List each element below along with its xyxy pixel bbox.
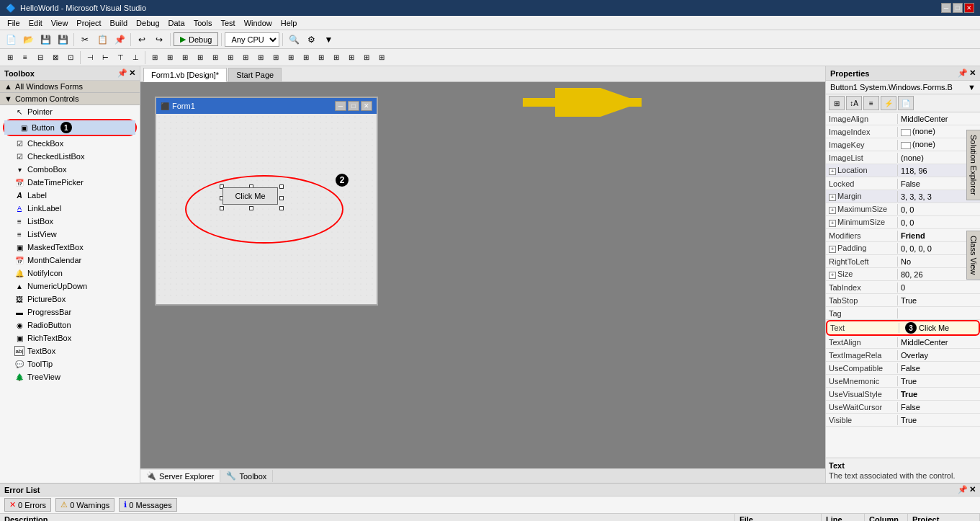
toolbox-item-maskedtextbox[interactable]: ▣ MaskedTextBox xyxy=(0,241,140,254)
prop-row-imagelist[interactable]: ImageList (none) xyxy=(826,151,980,164)
grid-btn4[interactable]: ⊞ xyxy=(193,50,207,65)
toolbox-item-treeview[interactable]: 🌲 TreeView xyxy=(0,370,140,383)
messages-filter-btn[interactable]: ℹ 0 Messages xyxy=(119,498,176,512)
grid-btn10[interactable]: ⊞ xyxy=(284,50,298,65)
prop-row-textimagerela[interactable]: TextImageRela Overlay xyxy=(826,349,980,362)
save-all-btn[interactable]: 💾 xyxy=(55,32,71,48)
padding-expand-icon[interactable]: + xyxy=(829,246,836,253)
properties-close-icon[interactable]: ✕ xyxy=(969,68,976,78)
platform-selector[interactable]: Any CPU xyxy=(225,32,279,47)
paste-btn[interactable]: 📌 xyxy=(112,32,127,48)
align-btn3[interactable]: ⊤ xyxy=(113,50,127,65)
copy-btn[interactable]: 📋 xyxy=(94,32,110,48)
settings-btn[interactable]: ⚙ xyxy=(303,32,319,48)
align-btn1[interactable]: ⊣ xyxy=(83,50,97,65)
grid-btn9[interactable]: ⊞ xyxy=(269,50,283,65)
prop-row-maximumsize[interactable]: +MaximumSize 0, 0 xyxy=(826,203,980,216)
layout-btn1[interactable]: ⊞ xyxy=(3,50,17,65)
alphabetical-btn[interactable]: ↕A xyxy=(846,96,862,110)
menu-project[interactable]: Project xyxy=(72,17,105,29)
toolbox-item-radiobutton[interactable]: ◉ RadioButton xyxy=(0,319,140,331)
prop-row-location[interactable]: +Location 118, 96 xyxy=(826,164,980,177)
align-btn2[interactable]: ⊢ xyxy=(98,50,112,65)
error-list-pin-icon[interactable]: 📌 xyxy=(958,485,968,494)
toolbox-item-notifyicon[interactable]: 🔔 NotifyIcon xyxy=(0,267,140,280)
menu-view[interactable]: View xyxy=(47,17,73,29)
prop-row-tabindex[interactable]: TabIndex 0 xyxy=(826,281,980,294)
properties-btn[interactable]: ≡ xyxy=(863,96,879,110)
toolbox-item-checkbox[interactable]: ☑ CheckBox xyxy=(0,137,140,150)
dropdown-icon[interactable]: ▼ xyxy=(968,83,976,92)
layout-btn2[interactable]: ≡ xyxy=(18,50,32,65)
minimumsize-expand-icon[interactable]: + xyxy=(829,220,836,227)
error-list-close-icon[interactable]: ✕ xyxy=(969,485,976,494)
toolbox-item-datetimepicker[interactable]: 📅 DateTimePicker xyxy=(0,176,140,189)
menu-window[interactable]: Window xyxy=(240,17,277,29)
new-project-btn[interactable]: 📄 xyxy=(3,32,19,48)
warnings-filter-btn[interactable]: ⚠ 0 Warnings xyxy=(55,498,114,512)
grid-btn3[interactable]: ⊞ xyxy=(178,50,192,65)
grid-btn11[interactable]: ⊞ xyxy=(299,50,313,65)
open-btn[interactable]: 📂 xyxy=(20,32,36,48)
grid-btn5[interactable]: ⊞ xyxy=(208,50,222,65)
toolbox-item-picturebox[interactable]: 🖼 PictureBox xyxy=(0,293,140,306)
prop-row-imageindex[interactable]: ImageIndex (none) xyxy=(826,125,980,138)
layout-btn3[interactable]: ⊟ xyxy=(33,50,48,65)
form-minimize-btn[interactable]: ─ xyxy=(335,101,346,111)
cut-btn[interactable]: ✂ xyxy=(77,32,93,48)
toolbox-item-pointer[interactable]: ↖ Pointer xyxy=(0,105,140,118)
toolbox-item-linklabel[interactable]: A LinkLabel xyxy=(0,202,140,215)
grid-btn15[interactable]: ⊞ xyxy=(359,50,374,65)
grid-btn6[interactable]: ⊞ xyxy=(223,50,238,65)
propmng-btn[interactable]: 📄 xyxy=(898,96,914,110)
find-btn[interactable]: 🔍 xyxy=(286,32,302,48)
toolbox-item-textbox[interactable]: ab| TextBox xyxy=(0,344,140,357)
click-me-button[interactable]: Click Me xyxy=(222,187,278,205)
toolbox-item-listview[interactable]: ≡ ListView xyxy=(0,228,140,241)
toolbox-item-combobox[interactable]: ▾ ComboBox xyxy=(0,163,140,176)
toolbox-bottom-tab[interactable]: 🔧 Toolbox xyxy=(220,470,273,482)
form-close-btn[interactable]: ✕ xyxy=(361,101,372,111)
toolbox-item-progressbar[interactable]: ▬ ProgressBar xyxy=(0,306,140,319)
run-button[interactable]: ▶ Debug xyxy=(174,32,218,46)
prop-row-tabstop[interactable]: TabStop True xyxy=(826,294,980,307)
grid-btn16[interactable]: ⊞ xyxy=(374,50,389,65)
prop-row-margin[interactable]: +Margin 3, 3, 3, 3 xyxy=(826,190,980,203)
form-maximize-btn[interactable]: □ xyxy=(348,101,359,111)
menu-test[interactable]: Test xyxy=(216,17,239,29)
toolbox-item-checkedlistbox[interactable]: ☑ CheckedListBox xyxy=(0,150,140,163)
prop-row-tag[interactable]: Tag xyxy=(826,307,980,320)
prop-row-usewaitcursor[interactable]: UseWaitCursor False xyxy=(826,401,980,414)
tab-start-page[interactable]: Start Page xyxy=(228,68,282,81)
menu-debug[interactable]: Debug xyxy=(132,17,163,29)
prop-row-righttoleft[interactable]: RightToLeft No xyxy=(826,255,980,268)
toolbox-item-numericupdown[interactable]: ▲ NumericUpDown xyxy=(0,280,140,293)
prop-row-locked[interactable]: Locked False xyxy=(826,177,980,190)
properties-pin-icon[interactable]: 📌 xyxy=(958,68,968,78)
prop-row-usemnemonic[interactable]: UseMnemonic True xyxy=(826,375,980,388)
form-body[interactable]: 2 xyxy=(156,114,377,301)
prop-row-text[interactable]: Text 3 Click Me xyxy=(826,320,980,336)
menu-data[interactable]: Data xyxy=(164,17,189,29)
tab-form1-design[interactable]: Form1.vb [Design]* xyxy=(143,68,227,82)
events-btn[interactable]: ⚡ xyxy=(881,96,896,110)
align-btn4[interactable]: ⊥ xyxy=(128,50,143,65)
toolbox-item-tooltip[interactable]: 💬 ToolTip xyxy=(0,357,140,370)
grid-btn2[interactable]: ⊞ xyxy=(163,50,177,65)
minimize-button[interactable]: ─ xyxy=(941,3,951,13)
toolbox-section-header-common[interactable]: ▼ Common Controls xyxy=(0,93,140,105)
toolbox-section-header-all[interactable]: ▲ All Windows Forms xyxy=(0,81,140,93)
toolbox-close-icon[interactable]: ✕ xyxy=(129,68,135,78)
toolbox-pin-icon[interactable]: 📌 xyxy=(117,68,127,78)
maximumsize-expand-icon[interactable]: + xyxy=(829,207,836,214)
grid-btn1[interactable]: ⊞ xyxy=(148,50,162,65)
prop-row-usevisualstyle[interactable]: UseVisualStyle True xyxy=(826,388,980,401)
toolbox-item-richtextbox[interactable]: ▣ RichTextBox xyxy=(0,331,140,344)
size-expand-icon[interactable]: + xyxy=(829,272,836,279)
toolbox-item-button[interactable]: ▣ Button 1 xyxy=(4,120,135,135)
redo-btn[interactable]: ↪ xyxy=(151,32,167,48)
toolbox-item-label[interactable]: A Label xyxy=(0,189,140,202)
grid-btn12[interactable]: ⊞ xyxy=(314,50,328,65)
prop-row-imagekey[interactable]: ImageKey (none) xyxy=(826,138,980,151)
class-view-side-tab[interactable]: Class View xyxy=(966,231,980,280)
